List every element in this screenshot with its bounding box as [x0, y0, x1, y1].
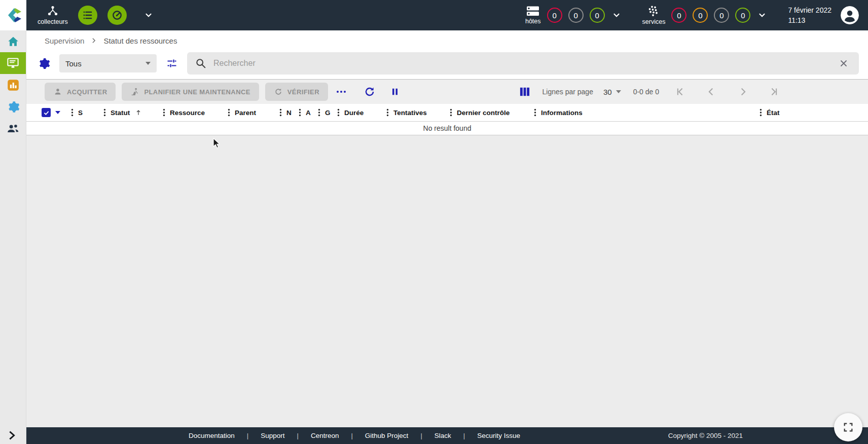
gear-icon: [38, 57, 50, 70]
breadcrumb-supervision[interactable]: Supervision: [45, 36, 84, 45]
column-header-information[interactable]: Informations: [534, 108, 760, 117]
close-icon: [839, 58, 849, 68]
column-header-state[interactable]: État: [760, 108, 792, 117]
column-header-tries[interactable]: Tentatives: [386, 108, 450, 117]
acknowledge-button[interactable]: ACQUITTER: [45, 83, 116, 101]
filter-settings-button[interactable]: [35, 55, 52, 72]
first-page-button[interactable]: [672, 84, 688, 99]
drag-handle-icon[interactable]: [386, 108, 389, 117]
breadcrumb-resource-status[interactable]: Statut des ressources: [103, 36, 177, 45]
next-page-button[interactable]: [735, 84, 750, 99]
sidebar-expand-button[interactable]: [6, 430, 17, 441]
column-header-notes[interactable]: N: [279, 108, 299, 117]
actions-toolbar: ACQUITTER PLANIFIER UNE MAINTENANCE VÉRI…: [26, 80, 868, 104]
breadcrumb: Supervision Statut des ressources: [26, 30, 868, 51]
poller-servers-icon: [82, 10, 93, 21]
drag-handle-icon[interactable]: [71, 108, 74, 117]
services-unknown-counter[interactable]: 0: [714, 8, 729, 23]
sidebar-item-monitoring[interactable]: [0, 52, 26, 74]
clear-search-button[interactable]: [837, 56, 851, 70]
services-menu[interactable]: services: [642, 5, 666, 25]
drag-handle-icon[interactable]: [337, 108, 340, 117]
services-ok-count: 0: [741, 11, 745, 20]
services-ok-counter[interactable]: 0: [735, 8, 750, 23]
centreon-logo[interactable]: [0, 0, 26, 30]
previous-page-button[interactable]: [704, 84, 719, 99]
column-header-severity[interactable]: S: [71, 108, 103, 117]
drag-handle-icon[interactable]: [103, 108, 106, 117]
footer-link-security[interactable]: Security Issue: [476, 432, 521, 439]
fullscreen-button[interactable]: [834, 413, 862, 441]
pollers-label: collecteurs: [38, 18, 68, 25]
column-label: État: [767, 109, 780, 117]
filter-type-select[interactable]: Tous: [59, 54, 157, 72]
footer-link-github[interactable]: Github Project: [364, 432, 410, 439]
drag-handle-icon[interactable]: [228, 108, 230, 117]
services-critical-counter[interactable]: 0: [671, 8, 686, 23]
sidebar-item-reporting[interactable]: [0, 74, 26, 96]
sidebar: [0, 30, 26, 444]
pollers-expand-chevron[interactable]: [144, 11, 153, 20]
services-critical-count: 0: [677, 11, 681, 20]
last-page-button[interactable]: [767, 84, 782, 99]
hosts-down-counter[interactable]: 0: [547, 8, 562, 23]
refresh-icon: [364, 86, 376, 98]
select-options-caret-icon[interactable]: [55, 111, 60, 114]
hosts-unreachable-counter[interactable]: 0: [568, 8, 584, 23]
pause-refresh-button[interactable]: [388, 85, 402, 99]
advanced-filters-button[interactable]: [164, 55, 180, 71]
drag-handle-icon[interactable]: [534, 108, 536, 117]
sidebar-item-configuration[interactable]: [0, 96, 26, 118]
sidebar-item-administration[interactable]: [0, 118, 26, 139]
search-box: [187, 52, 859, 75]
search-input[interactable]: [213, 59, 829, 68]
hosts-label: hôtes: [525, 18, 541, 25]
drag-handle-icon[interactable]: [760, 108, 762, 117]
footer-link-centreon[interactable]: Centreon: [310, 432, 340, 439]
more-actions-button[interactable]: [334, 88, 348, 96]
column-header-last-check[interactable]: Dernier contrôle: [450, 108, 534, 117]
drag-handle-icon[interactable]: [450, 108, 452, 117]
set-downtime-button[interactable]: PLANIFIER UNE MAINTENANCE: [122, 83, 259, 101]
footer-link-documentation[interactable]: Documentation: [188, 432, 236, 439]
drag-handle-icon[interactable]: [299, 108, 301, 117]
column-header-status[interactable]: Statut: [103, 108, 163, 117]
poller-list-button[interactable]: [78, 6, 97, 25]
column-header-graph[interactable]: G: [318, 108, 337, 117]
gear-icon: [7, 100, 20, 114]
drag-handle-icon[interactable]: [163, 108, 165, 117]
edit-columns-button[interactable]: [517, 85, 532, 99]
select-all-checkbox[interactable]: [42, 108, 51, 117]
drag-handle-icon[interactable]: [279, 108, 282, 117]
hosts-expand-chevron[interactable]: [612, 11, 621, 20]
column-label: Durée: [344, 109, 364, 117]
clock: 7 février 2022 11:13: [788, 5, 831, 26]
check-icon: [43, 109, 50, 116]
poller-latency-button[interactable]: [107, 6, 127, 25]
fullscreen-icon: [843, 422, 854, 433]
main-content: Supervision Statut des ressources Tous: [26, 30, 868, 444]
footer-link-support[interactable]: Support: [260, 432, 285, 439]
services-warning-count: 0: [698, 11, 702, 20]
column-header-resource[interactable]: Ressource: [163, 108, 228, 117]
drag-handle-icon[interactable]: [318, 108, 320, 117]
services-expand-chevron[interactable]: [757, 11, 767, 20]
hosts-menu[interactable]: hôtes: [525, 6, 541, 25]
pollers-menu[interactable]: collecteurs: [38, 5, 68, 25]
maintenance-icon: [130, 87, 139, 96]
hosts-up-counter[interactable]: 0: [590, 8, 605, 23]
column-header-action[interactable]: A: [299, 108, 318, 117]
monitoring-console-icon: [6, 56, 20, 70]
user-avatar[interactable]: [841, 6, 859, 24]
hosts-up-count: 0: [595, 11, 599, 20]
sidebar-item-home[interactable]: [0, 30, 26, 52]
check-button[interactable]: VÉRIFIER: [265, 83, 328, 101]
column-header-duration[interactable]: Durée: [337, 108, 386, 117]
refresh-button[interactable]: [361, 84, 378, 100]
footer-link-slack[interactable]: Slack: [433, 432, 452, 439]
column-header-parent[interactable]: Parent: [228, 108, 279, 117]
filter-select-value: Tous: [65, 59, 82, 68]
rows-per-page-select[interactable]: 30: [603, 88, 621, 96]
services-warning-counter[interactable]: 0: [693, 8, 708, 23]
footer-separator: |: [409, 432, 433, 439]
